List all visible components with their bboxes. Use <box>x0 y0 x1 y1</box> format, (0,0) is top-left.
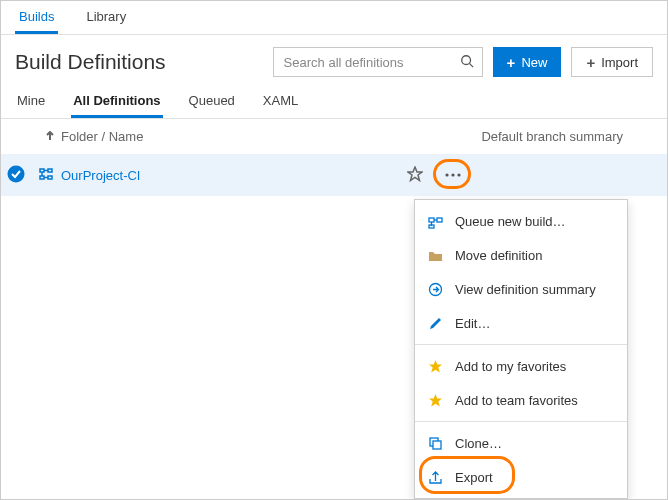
export-icon <box>427 469 443 485</box>
svg-rect-3 <box>40 169 44 172</box>
import-button[interactable]: + Import <box>571 47 653 77</box>
menu-label: View definition summary <box>455 282 596 297</box>
svg-rect-17 <box>429 225 434 228</box>
page-title: Build Definitions <box>15 50 166 74</box>
col-folder-label: Folder / Name <box>61 129 143 144</box>
menu-label: Add to my favorites <box>455 359 566 374</box>
svg-rect-20 <box>433 441 441 449</box>
svg-rect-6 <box>48 176 52 179</box>
svg-line-1 <box>469 63 473 67</box>
svg-point-11 <box>451 173 454 176</box>
new-button-label: New <box>521 55 547 70</box>
arrow-circle-icon <box>427 281 443 297</box>
menu-label: Queue new build… <box>455 214 566 229</box>
tab-builds[interactable]: Builds <box>15 1 58 34</box>
search-input[interactable] <box>282 54 460 71</box>
tab-library[interactable]: Library <box>82 1 130 34</box>
favorite-star-icon[interactable] <box>407 166 423 185</box>
menu-item-move-definition[interactable]: Move definition <box>415 238 627 272</box>
pencil-icon <box>427 315 443 331</box>
subtab-xaml[interactable]: XAML <box>261 87 300 118</box>
menu-label: Edit… <box>455 316 490 331</box>
menu-item-view-summary[interactable]: View definition summary <box>415 272 627 306</box>
subtab-mine[interactable]: Mine <box>15 87 47 118</box>
menu-item-add-my-favorites[interactable]: Add to my favorites <box>415 349 627 383</box>
menu-item-export[interactable]: Export <box>415 460 627 494</box>
col-branch-summary[interactable]: Default branch summary <box>481 129 653 144</box>
subtab-all-definitions[interactable]: All Definitions <box>71 87 162 118</box>
more-actions-button[interactable] <box>439 163 467 187</box>
context-menu: Queue new build… Move definition View de… <box>414 199 628 499</box>
svg-rect-4 <box>48 169 52 172</box>
folder-icon <box>427 247 443 263</box>
queue-build-icon <box>427 213 443 229</box>
search-box[interactable] <box>273 47 483 77</box>
subtab-queued[interactable]: Queued <box>187 87 237 118</box>
sub-tabs: Mine All Definitions Queued XAML <box>1 87 667 119</box>
svg-point-2 <box>8 165 25 182</box>
plus-icon: + <box>507 54 516 71</box>
import-button-label: Import <box>601 55 638 70</box>
definition-name-link[interactable]: OurProject-CI <box>61 168 140 183</box>
svg-rect-14 <box>437 218 442 222</box>
svg-rect-5 <box>40 176 44 179</box>
menu-label: Move definition <box>455 248 542 263</box>
col-folder-name[interactable]: Folder / Name <box>45 129 405 144</box>
top-tabs: Builds Library <box>1 1 667 35</box>
menu-item-add-team-favorites[interactable]: Add to team favorites <box>415 383 627 417</box>
svg-rect-13 <box>429 218 434 222</box>
list-header: Folder / Name Default branch summary <box>1 119 667 154</box>
svg-point-12 <box>457 173 460 176</box>
menu-label: Export <box>455 470 493 485</box>
plus-icon: + <box>586 54 595 71</box>
menu-separator <box>415 421 627 422</box>
svg-point-0 <box>461 55 470 64</box>
check-circle-icon <box>7 165 25 186</box>
header-row: Build Definitions + New + Import <box>1 35 667 87</box>
new-button[interactable]: + New <box>493 47 562 77</box>
svg-point-10 <box>445 173 448 176</box>
star-filled-icon <box>427 358 443 374</box>
menu-label: Clone… <box>455 436 502 451</box>
star-filled-icon <box>427 392 443 408</box>
pipeline-icon <box>39 167 53 184</box>
menu-separator <box>415 344 627 345</box>
menu-item-clone[interactable]: Clone… <box>415 426 627 460</box>
menu-item-queue-new-build[interactable]: Queue new build… <box>415 204 627 238</box>
sort-asc-icon <box>45 129 55 144</box>
definition-row[interactable]: OurProject-CI <box>1 154 667 196</box>
menu-item-edit[interactable]: Edit… <box>415 306 627 340</box>
clone-icon <box>427 435 443 451</box>
search-icon[interactable] <box>460 54 474 71</box>
menu-label: Add to team favorites <box>455 393 578 408</box>
